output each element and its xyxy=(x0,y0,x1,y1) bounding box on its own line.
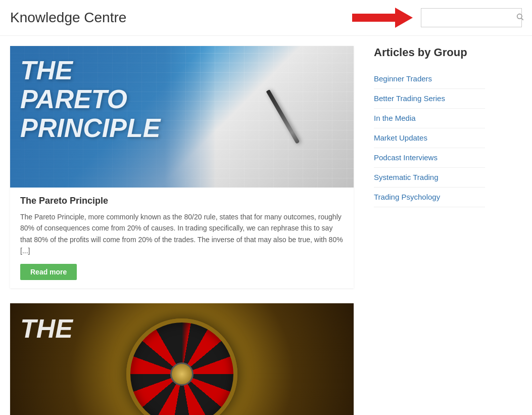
sidebar-heading: Articles by Group xyxy=(374,46,485,59)
article-image-pareto: The Pareto Principle xyxy=(10,46,354,188)
article-card-pareto: The Pareto Principle The Pareto Principl… xyxy=(10,46,354,288)
main-layout: The Pareto Principle The Pareto Principl… xyxy=(0,36,532,415)
gambler-overlay-text: GAMBLER'S xyxy=(20,410,177,415)
content-area: The Pareto Principle The Pareto Principl… xyxy=(10,46,354,415)
search-icon-svg xyxy=(516,13,524,21)
sidebar-link-podcast-interviews[interactable]: Podcast Interviews xyxy=(374,153,438,162)
pareto-article-body: The Pareto Principle The Pareto Principl… xyxy=(10,188,354,288)
article-image-gambler: THE GAMBLER'S xyxy=(10,303,354,415)
header-right xyxy=(352,8,522,28)
gambler-overlay-top: THE xyxy=(20,313,73,344)
sidebar-link-in-the-media[interactable]: In the Media xyxy=(374,114,416,122)
sidebar-link-better-trading-series[interactable]: Better Trading Series xyxy=(374,94,445,103)
svg-marker-0 xyxy=(352,8,413,28)
sidebar-item-better-trading-series[interactable]: Better Trading Series xyxy=(374,89,485,109)
page-header: Knowledge Centre xyxy=(0,0,532,36)
sidebar-item-podcast-interviews[interactable]: Podcast Interviews xyxy=(374,148,485,168)
pareto-article-excerpt: The Pareto Principle, more commonly know… xyxy=(20,211,344,257)
search-input[interactable] xyxy=(427,14,516,22)
article-card-gambler: THE GAMBLER'S The Gambler's Fallacy If y… xyxy=(10,303,354,415)
pareto-article-title: The Pareto Principle xyxy=(20,196,344,206)
sidebar-item-beginner-traders[interactable]: Beginner Traders xyxy=(374,69,485,89)
page-title: Knowledge Centre xyxy=(10,10,126,26)
sidebar-link-systematic-trading[interactable]: Systematic Trading xyxy=(374,173,439,181)
sidebar: Articles by Group Beginner TradersBetter… xyxy=(374,46,485,415)
arrow-indicator xyxy=(352,8,413,28)
sidebar-item-systematic-trading[interactable]: Systematic Trading xyxy=(374,168,485,188)
sidebar-link-market-updates[interactable]: Market Updates xyxy=(374,133,427,142)
sidebar-item-in-the-media[interactable]: In the Media xyxy=(374,109,485,128)
pareto-read-more-button[interactable]: Read more xyxy=(20,264,77,280)
red-arrow-icon xyxy=(352,8,413,28)
svg-point-1 xyxy=(517,14,522,19)
sidebar-link-beginner-traders[interactable]: Beginner Traders xyxy=(374,74,432,83)
roulette-wheel xyxy=(126,318,237,415)
sidebar-item-trading-psychology[interactable]: Trading Psychology xyxy=(374,188,485,207)
search-container xyxy=(421,8,522,27)
roulette-numbers xyxy=(130,322,233,415)
sidebar-item-market-updates[interactable]: Market Updates xyxy=(374,128,485,148)
search-icon[interactable] xyxy=(516,13,524,23)
pareto-overlay-text: The Pareto Principle xyxy=(20,56,160,143)
sidebar-list: Beginner TradersBetter Trading SeriesIn … xyxy=(374,69,485,207)
sidebar-link-trading-psychology[interactable]: Trading Psychology xyxy=(374,193,440,201)
svg-line-2 xyxy=(521,18,523,20)
